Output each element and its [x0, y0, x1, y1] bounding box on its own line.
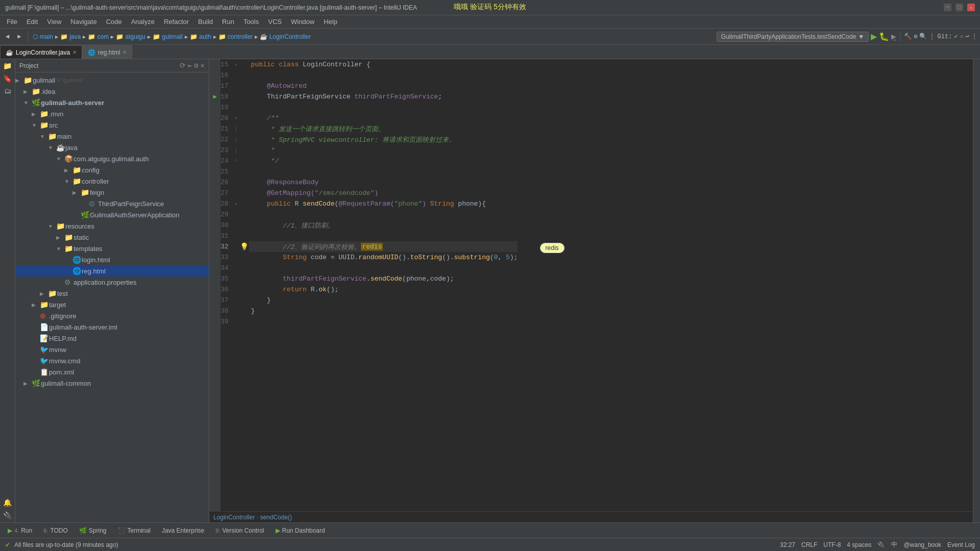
- menu-edit[interactable]: Edit: [22, 17, 42, 27]
- tree-item-application[interactable]: 🌿 GulimallAuthServerApplication: [15, 209, 209, 220]
- tree-item-mvn[interactable]: ▶ 📁 .mvn: [15, 108, 209, 119]
- tab-reghtml-close[interactable]: ✕: [122, 49, 127, 55]
- menu-analyze[interactable]: Analyze: [127, 17, 159, 27]
- menu-refactor[interactable]: Refactor: [160, 17, 193, 27]
- tab-logincontroller-close[interactable]: ✕: [72, 49, 77, 55]
- bottom-tab-run[interactable]: ▶ 4: Run: [3, 525, 37, 536]
- tab-reghtml[interactable]: 🌐 reg.html ✕: [82, 45, 132, 59]
- editor-bc-sendcode[interactable]: sendCode(): [260, 514, 292, 521]
- close-button[interactable]: ✕: [967, 4, 975, 11]
- fc-20[interactable]: ▾: [233, 113, 240, 123]
- fc-15[interactable]: ▾: [233, 59, 240, 70]
- bc-controller[interactable]: 📁 controller: [218, 33, 253, 40]
- tree-item-reghtml[interactable]: 🌐 reg.html: [15, 265, 209, 277]
- tree-item-static[interactable]: ▶ 📁 static: [15, 232, 209, 243]
- tree-item-mvnwcmd[interactable]: 🐦 mvnw.cmd: [15, 355, 209, 366]
- search-icon[interactable]: 🔍: [919, 33, 927, 40]
- bottom-tab-rundashboard[interactable]: ▶ Run Dashboard: [271, 525, 330, 536]
- tree-item-templates[interactable]: ▼ 📁 templates: [15, 243, 209, 254]
- tree-item-controller[interactable]: ▼ 📁 controller: [15, 176, 209, 187]
- tree-item-appprops[interactable]: ⚙ application.properties: [15, 277, 209, 288]
- bc-java[interactable]: 📁 java: [60, 33, 81, 40]
- sidebar-settings-icon[interactable]: ⚙: [194, 61, 198, 70]
- bc-com[interactable]: 📁 com: [88, 33, 109, 40]
- tree-item-target[interactable]: ▶ 📁 target: [15, 299, 209, 310]
- tree-item-resources[interactable]: ▼ 📁 resources: [15, 220, 209, 232]
- tree-item-pom[interactable]: 📋 pom.xml: [15, 366, 209, 378]
- menu-view[interactable]: View: [43, 17, 65, 27]
- tree-item-authiml[interactable]: 📄 gulimall-auth-server.iml: [15, 321, 209, 333]
- bc-atguigu[interactable]: 📁 atguigu: [116, 33, 145, 40]
- build-icon[interactable]: 🔨: [904, 33, 912, 40]
- sidebar-close-icon[interactable]: ✕: [201, 61, 205, 70]
- menu-code[interactable]: Code: [102, 17, 126, 27]
- tree-item-main[interactable]: ▼ 📁 main: [15, 131, 209, 142]
- tree-item-java[interactable]: ▼ ☕ java: [15, 142, 209, 153]
- bottom-tab-todo[interactable]: 6: TODO: [38, 525, 73, 536]
- code-scroll-area[interactable]: ▶: [209, 59, 973, 511]
- code-lines[interactable]: public class LoginController { @Autowire…: [249, 59, 518, 511]
- tree-item-help[interactable]: 📝 HELP.md: [15, 333, 209, 344]
- git-checkmark[interactable]: ✔: [954, 33, 958, 40]
- window-controls[interactable]: ─ □ ✕: [944, 4, 975, 11]
- notifications-icon[interactable]: 🔔: [3, 498, 12, 507]
- settings-icon[interactable]: ⚙: [914, 33, 917, 40]
- tree-item-src[interactable]: ▼ 📁 src: [15, 119, 209, 131]
- menu-file[interactable]: File: [3, 17, 21, 27]
- maximize-button[interactable]: □: [955, 4, 963, 11]
- bc-logincontroller[interactable]: ☕ LoginController: [260, 33, 311, 40]
- coverage-button[interactable]: ▶̲: [891, 33, 896, 40]
- tree-item-feign[interactable]: ▶ 📁 feign: [15, 187, 209, 198]
- git-x[interactable]: ✕: [960, 33, 964, 40]
- menu-vcs[interactable]: VCS: [264, 17, 286, 27]
- tree-item-package[interactable]: ▼ 📦 com.atguigu.gulimall.auth: [15, 153, 209, 164]
- status-indent[interactable]: 4 spaces: [847, 541, 871, 548]
- bottom-tab-terminal[interactable]: ⬛ Terminal: [113, 525, 156, 536]
- run-config-selector[interactable]: GulimallThirdPartyApplicationTests.testS…: [717, 32, 869, 42]
- minimize-button[interactable]: ─: [944, 4, 951, 11]
- tree-item-gitignore[interactable]: ⊛ .gitignore: [15, 310, 209, 321]
- bottom-tab-vcs[interactable]: 9: Version Control: [210, 525, 269, 536]
- menu-help[interactable]: Help: [320, 17, 341, 27]
- menu-window[interactable]: Window: [287, 17, 318, 27]
- fc-28[interactable]: ▾: [233, 198, 240, 209]
- toolbar-back-btn[interactable]: ◀: [3, 32, 12, 41]
- status-position[interactable]: 32:27: [780, 541, 795, 548]
- more-icon[interactable]: ⋮: [929, 33, 935, 40]
- editor-bc-logincontroller[interactable]: LoginController: [213, 514, 255, 521]
- sidebar-collapse-icon[interactable]: ⇤: [188, 61, 192, 70]
- tree-item-idea[interactable]: ▶ 📁 .idea: [15, 86, 209, 97]
- tree-item-auth-server[interactable]: ▼ 🌿 gulimall-auth-server: [15, 97, 209, 108]
- structure-icon[interactable]: 🗂: [4, 87, 11, 95]
- git-more[interactable]: ⋮: [971, 33, 977, 40]
- status-encoding[interactable]: UTF-8: [823, 541, 841, 548]
- tree-item-gulimall[interactable]: ▶ 📁 gulimall F:\gulimall: [15, 74, 209, 86]
- run-button[interactable]: ▶: [871, 32, 877, 41]
- menu-tools[interactable]: Tools: [239, 17, 263, 27]
- bottom-tab-enterprise[interactable]: Java Enterprise: [157, 525, 209, 536]
- tree-item-thirdfeignservice[interactable]: ⊙ ThirdPartFeignService: [15, 198, 209, 209]
- toolbar-forward-btn[interactable]: ▶: [14, 32, 24, 41]
- menu-navigate[interactable]: Navigate: [66, 17, 101, 27]
- debug-button[interactable]: 🐛: [879, 32, 889, 41]
- menu-run[interactable]: Run: [218, 17, 238, 27]
- bottom-tab-spring[interactable]: 🌿 Spring: [74, 525, 112, 536]
- project-icon[interactable]: 📁: [3, 62, 12, 70]
- plugins-icon[interactable]: 🔌: [3, 511, 12, 520]
- tree-item-test[interactable]: ▶ 📁 test: [15, 288, 209, 299]
- bc-gulimall[interactable]: 📁 gulimall: [153, 33, 183, 40]
- bc-main[interactable]: ⬡ main: [33, 33, 53, 40]
- status-event-log[interactable]: Event Log: [947, 541, 975, 548]
- tree-item-loginhtml[interactable]: 🌐 login.html: [15, 254, 209, 265]
- menu-build[interactable]: Build: [194, 17, 217, 27]
- tree-item-mvnw[interactable]: 🐦 mvnw: [15, 344, 209, 355]
- tab-logincontroller[interactable]: ☕ LoginController.java ✕: [0, 45, 82, 59]
- bc-auth[interactable]: 📁 auth: [190, 33, 211, 40]
- bookmarks-icon[interactable]: 🔖: [3, 74, 12, 83]
- tree-item-gulimall-common[interactable]: ▶ 🌿 gulimall-common: [15, 378, 209, 389]
- right-scrollbar[interactable]: [973, 59, 980, 522]
- status-line-ending[interactable]: CRLF: [801, 541, 817, 548]
- tree-item-config[interactable]: ▶ 📁 config: [15, 164, 209, 176]
- git-undo[interactable]: ↩: [966, 33, 969, 40]
- sidebar-sync-icon[interactable]: ⟳: [180, 61, 186, 70]
